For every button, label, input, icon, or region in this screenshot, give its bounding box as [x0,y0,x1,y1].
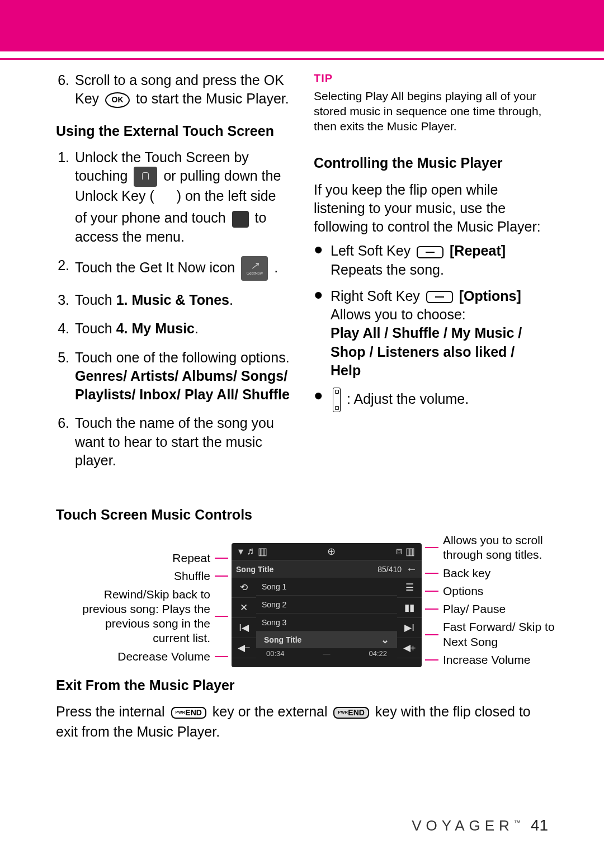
song-row: Song 2 [256,596,397,614]
end-key-external-icon: PWREND [333,707,369,719]
options-icon: ☰ [397,578,422,598]
left-column: 6. Scroll to a song and press the OK Key… [56,71,290,480]
callout-label: Rewind/Skip back to previous song: Plays… [70,587,210,646]
fast-forward-icon: ▶I [397,618,422,638]
callout-label: Back key [443,566,490,581]
section-heading: Controlling the Music Player [314,154,548,172]
body-text-bold: 1. Music & Tones [116,292,229,308]
brand-logo: VOYAGER™ [412,817,521,834]
tip-body: Selecting Play All begins playing all of… [314,88,548,134]
left-controls: ⟲ ✕ I◀ ◀− [232,578,256,667]
soft-key-icon [426,291,453,303]
bullet-item: ● Right Soft Key [Options] Allows you to… [314,287,548,380]
callout-label: Play/ Pause [443,602,506,616]
callout-label: Fast Forward/ Skip to Next Song [443,620,577,649]
body-text-bold: Play All / Shuffle / My Music / Shop / L… [331,325,522,378]
body-text: . [274,260,278,275]
body-text: Allows you to choose: [331,306,466,322]
song-row: Song 3 [256,614,397,631]
step-number: 1. [56,148,75,246]
time-current: 00:34 [266,649,285,658]
body-text: Left Soft Key [331,243,410,258]
bullet-item: ● : Adjust the volume. [314,388,548,412]
song-row: Song 1 [256,578,397,596]
back-icon: ← [406,563,417,575]
callouts-right: Allows you to scroll through song titles… [425,533,587,667]
body-text-bold: [Options] [459,288,521,304]
step-number: 2. [56,256,75,281]
bullet-item: ● Left Soft Key [Repeat] Repeats the son… [314,242,548,279]
unlock-key-icon [161,201,171,209]
get-it-now-icon: ↗GetItNow [241,256,268,281]
body-text: Touch [75,292,116,308]
title-bar: Song Title 85/410 ← [232,560,422,578]
volume-key-icon [333,388,341,412]
callout-label: Increase Volume [443,653,530,667]
battery-icon: ▥ [405,545,415,558]
section-heading: Touch Screen Music Controls [56,507,548,523]
touch-controls-section: Touch Screen Music Controls Repeat Shuff… [56,507,548,742]
list-item: 2. Touch the Get It Now icon ↗GetItNow . [56,256,290,281]
list-item: 6. Touch the name of the song you want t… [56,414,290,470]
callout-label: Repeat [172,551,210,565]
title-label: Song Title [236,565,273,574]
now-playing-label: Song Title [264,635,301,644]
footer: VOYAGER™ 41 [412,817,548,834]
body-text: If you keep the flip open while listenin… [314,181,548,237]
step-number: 6. [56,414,75,470]
status-icon: ⊕ [327,545,336,558]
body-text: . [229,292,233,308]
scroll-down-icon: ⌄ [381,634,389,646]
soft-key-icon [417,246,443,258]
play-pause-icon: ▮▮ [397,598,422,618]
status-icon: ♬ [247,545,254,558]
body-text: Touch the Get It Now icon [75,260,235,275]
signal-icon: ▾ [238,545,243,558]
body-text: Right Soft Key [331,288,420,304]
right-column: TIP Selecting Play All begins playing al… [314,71,548,480]
ok-key-icon: OK [105,92,130,108]
rewind-icon: I◀ [232,618,256,638]
now-playing-row: Song Title ⌄ [256,631,397,648]
callout-label: Allows you to scroll through song titles… [443,533,577,563]
step-number: 3. [56,291,75,309]
step-number: 6. [56,71,75,108]
vol-down-icon: ◀− [232,638,256,658]
step-number: 4. [56,319,75,338]
spacer [0,51,604,58]
bullet-dot: ● [314,388,331,412]
status-icon: ▥ [258,545,267,558]
body-text: . [195,320,199,336]
list-item: 5. Touch one of the following options. G… [56,348,290,404]
status-bar: ▾ ♬ ▥ ⊕ ⧈ ▥ [232,543,422,560]
list-item: 3. Touch 1. Music & Tones. [56,291,290,309]
tv-icon: ⧈ [396,545,402,558]
song-counter: 85/410 [378,565,402,574]
list-item: 4. Touch 4. My Music. [56,319,290,338]
body-text: to start the Music Player. [136,91,289,106]
body-text: Press the internal PWREND key or the ext… [56,701,548,742]
tip-label: TIP [314,71,548,86]
body-text: Press the internal [56,704,165,719]
list-item: 6. Scroll to a song and press the OK Key… [56,71,290,108]
callout-label: Shuffle [174,569,210,583]
body-text: Touch [75,320,116,336]
body-text: key or the external [213,704,328,719]
body-text-bold: [Repeat] [450,243,506,258]
body-text-bold: 4. My Music [116,320,195,336]
body-text: Repeats the song. [331,262,444,277]
shuffle-icon: ✕ [232,598,256,618]
callout-label: Options [443,584,483,598]
body-text: Touch the name of the song you want to h… [75,414,290,470]
right-controls: ☰ ▮▮ ▶I ◀+ [397,578,422,667]
lock-icon [134,167,157,187]
page-number: 41 [531,817,548,834]
callout-label: Decrease Volume [117,649,210,664]
body-text-bold: Genres/ Artists/ Albums/ Songs/ Playlist… [75,368,290,402]
list-item: 1. Unlock the Touch Screen by touching o… [56,148,290,246]
time-total: 04:22 [369,649,387,658]
section-heading: Exit From the Music Player [56,677,548,694]
callouts-left: Repeat Shuffle Rewind/Skip back to previ… [56,533,228,667]
bullet-dot: ● [314,242,331,279]
header-band [0,0,604,51]
